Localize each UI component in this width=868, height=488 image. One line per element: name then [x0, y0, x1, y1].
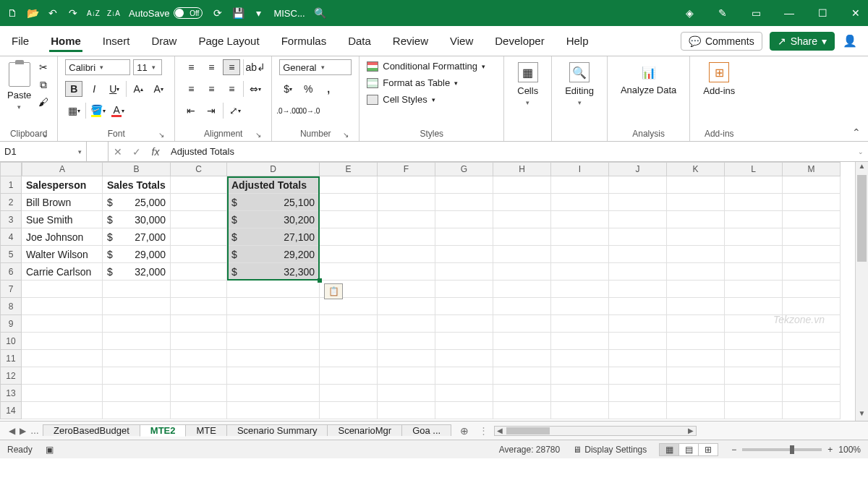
cell-A9[interactable] [22, 315, 103, 333]
cell-E6[interactable] [320, 263, 378, 281]
cell-G7[interactable] [435, 281, 493, 298]
cell-B5[interactable]: $29,000 [103, 246, 171, 263]
cell-J1[interactable] [609, 176, 667, 194]
open-file-icon[interactable]: 📂 [26, 7, 39, 20]
cell-I6[interactable] [551, 263, 609, 281]
decrease-indent-button[interactable]: ⇤ [182, 103, 200, 119]
cell-M6[interactable] [783, 263, 841, 281]
cell-G6[interactable] [435, 263, 493, 281]
cell-K4[interactable] [667, 228, 725, 246]
cell-I12[interactable] [551, 367, 609, 385]
row-header-4[interactable]: 4 [0, 228, 22, 246]
page-break-view-button[interactable]: ⊞ [698, 443, 718, 456]
sort-desc-icon[interactable]: Z↓A [107, 7, 120, 20]
cell-J2[interactable] [609, 194, 667, 211]
cell-D12[interactable] [227, 367, 320, 385]
cell-B6[interactable]: $32,000 [103, 263, 171, 281]
cell-G14[interactable] [435, 402, 493, 419]
scroll-down-icon[interactable]: ▼ [856, 409, 868, 421]
cut-icon[interactable]: ✂ [37, 61, 50, 74]
cell-L11[interactable] [725, 350, 783, 367]
cell-E5[interactable] [320, 246, 378, 263]
cell-M2[interactable] [783, 194, 841, 211]
cell-H2[interactable] [493, 194, 551, 211]
cell-E1[interactable] [320, 176, 378, 194]
cell-I4[interactable] [551, 228, 609, 246]
scroll-up-icon[interactable]: ▲ [856, 162, 868, 174]
cell-A3[interactable]: Sue Smith [22, 211, 103, 228]
cell-B2[interactable]: $25,000 [103, 194, 171, 211]
cell-C14[interactable] [171, 402, 227, 419]
cell-B12[interactable] [103, 367, 171, 385]
cell-B4[interactable]: $27,000 [103, 228, 171, 246]
cell-J3[interactable] [609, 211, 667, 228]
premium-icon[interactable]: ◈ [683, 7, 696, 19]
cell-A4[interactable]: Joe Johnson [22, 228, 103, 246]
comments-button[interactable]: 💬 Comments [681, 32, 762, 51]
spreadsheet-grid[interactable]: ABCDEFGHIJKLM1SalespersonSales TotalsAdj… [0, 162, 868, 421]
cell-E11[interactable] [320, 350, 378, 367]
cell-B3[interactable]: $30,000 [103, 211, 171, 228]
cell-I9[interactable] [551, 315, 609, 333]
cell-C3[interactable] [171, 211, 227, 228]
cell-F5[interactable] [378, 246, 435, 263]
cell-I1[interactable] [551, 176, 609, 194]
cell-K9[interactable] [667, 315, 725, 333]
account-icon[interactable]: 👤 [842, 33, 858, 49]
cancel-formula-icon[interactable]: ✕ [109, 142, 127, 161]
formula-input[interactable]: Adjusted Totals [165, 146, 854, 157]
cell-K11[interactable] [667, 350, 725, 367]
cell-H3[interactable] [493, 211, 551, 228]
cell-E3[interactable] [320, 211, 378, 228]
accounting-format-button[interactable]: $▾ [279, 81, 297, 97]
sheet-more-icon[interactable]: … [30, 426, 39, 436]
cell-C9[interactable] [171, 315, 227, 333]
cell-B7[interactable] [103, 281, 171, 298]
col-header-H[interactable]: H [493, 162, 551, 176]
search-icon[interactable]: 🔍 [314, 7, 327, 20]
tab-help[interactable]: Help [565, 30, 590, 51]
shrink-font-button[interactable]: A▾ [150, 81, 167, 97]
cell-B9[interactable] [103, 315, 171, 333]
align-middle-button[interactable]: ≡ [203, 59, 220, 75]
bold-button[interactable]: B [65, 81, 82, 97]
cell-H14[interactable] [493, 402, 551, 419]
cell-F1[interactable] [378, 176, 435, 194]
cell-K2[interactable] [667, 194, 725, 211]
cell-D10[interactable] [227, 333, 320, 350]
cell-A5[interactable]: Walter Wilson [22, 246, 103, 263]
cell-L10[interactable] [725, 333, 783, 350]
cell-J8[interactable] [609, 298, 667, 315]
col-header-M[interactable]: M [783, 162, 841, 176]
clipboard-launcher-icon[interactable]: ↘ [41, 131, 47, 139]
cell-C7[interactable] [171, 281, 227, 298]
cell-H11[interactable] [493, 350, 551, 367]
cell-A13[interactable] [22, 385, 103, 402]
col-header-B[interactable]: B [103, 162, 171, 176]
undo-icon[interactable]: ↶ [46, 7, 59, 20]
hscroll-left-icon[interactable]: ◀ [495, 427, 505, 435]
addins-button[interactable]: ⊞Add-ins [697, 59, 741, 96]
format-painter-icon[interactable]: 🖌 [37, 95, 50, 108]
col-header-G[interactable]: G [435, 162, 493, 176]
cell-M13[interactable] [783, 385, 841, 402]
cell-I13[interactable] [551, 385, 609, 402]
cell-K6[interactable] [667, 263, 725, 281]
cell-G4[interactable] [435, 228, 493, 246]
decrease-decimal-button[interactable]: .00→.0 [299, 103, 317, 119]
tab-developer[interactable]: Developer [493, 30, 545, 51]
cell-G13[interactable] [435, 385, 493, 402]
scroll-thumb[interactable] [857, 175, 867, 262]
sheet-tab-scenariomgr[interactable]: ScenarioMgr [327, 424, 402, 436]
zoom-in-icon[interactable]: + [827, 445, 833, 455]
tab-file[interactable]: File [10, 30, 30, 51]
cell-J5[interactable] [609, 246, 667, 263]
cell-G12[interactable] [435, 367, 493, 385]
cell-J13[interactable] [609, 385, 667, 402]
maximize-icon[interactable]: ☐ [816, 7, 829, 19]
col-header-K[interactable]: K [667, 162, 725, 176]
increase-indent-button[interactable]: ⇥ [203, 103, 220, 119]
cell-A12[interactable] [22, 367, 103, 385]
cell-J12[interactable] [609, 367, 667, 385]
cell-B14[interactable] [103, 402, 171, 419]
